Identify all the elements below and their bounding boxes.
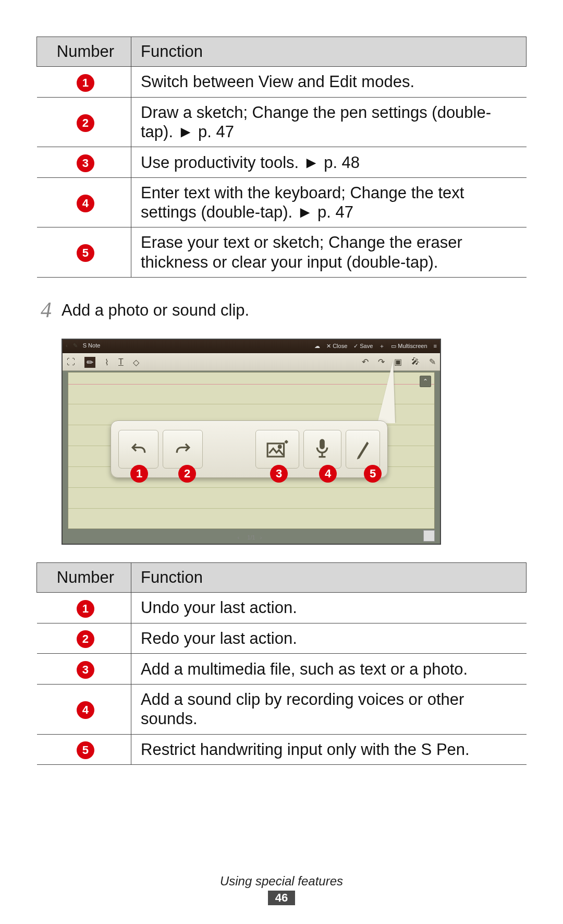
menu-icon[interactable]: ≡ bbox=[434, 343, 437, 349]
multiscreen-button[interactable]: ▭ Multiscreen bbox=[391, 343, 427, 350]
callout-badge: 2 bbox=[178, 465, 196, 483]
function-text: Enter text with the keyboard; Change the… bbox=[131, 178, 527, 227]
number-badge: 3 bbox=[77, 661, 94, 679]
collapse-icon[interactable]: ⌃ bbox=[420, 376, 431, 387]
number-badge: 1 bbox=[77, 600, 94, 618]
callout-badge: 5 bbox=[364, 465, 382, 483]
app-title: S Note bbox=[83, 342, 101, 349]
step-number: 4 bbox=[41, 299, 62, 321]
number-badge: 1 bbox=[77, 74, 94, 92]
function-text: Restrict handwriting input only with the… bbox=[131, 734, 527, 765]
undo-button[interactable] bbox=[118, 430, 158, 469]
number-badge: 2 bbox=[77, 630, 94, 648]
app-title-bar: ‹ ✎ S Note ☁ ✕ Close ✓ Save ＋ ▭ Multiscr… bbox=[63, 340, 440, 353]
table-row: 1 Switch between View and Edit modes. bbox=[37, 67, 527, 98]
record-sound-button[interactable] bbox=[303, 430, 342, 469]
eraser-tool-icon[interactable]: ◇ bbox=[133, 357, 139, 367]
table-row: 4 Enter text with the keyboard; Change t… bbox=[37, 178, 527, 227]
header-number: Number bbox=[37, 562, 131, 592]
header-function: Function bbox=[131, 37, 527, 67]
view-mode-icon[interactable]: ⛶ bbox=[67, 357, 75, 367]
function-table-1: Number Function 1 Switch between View an… bbox=[36, 37, 527, 278]
pen-tool-icon[interactable]: ✏ bbox=[84, 357, 95, 368]
table-row: 5 Erase your text or sketch; Change the … bbox=[37, 227, 527, 277]
table-row: 3 Add a multimedia file, such as text or… bbox=[37, 654, 527, 685]
table-header: Number Function bbox=[37, 37, 527, 67]
function-text: Erase your text or sketch; Change the er… bbox=[131, 227, 527, 277]
table-row: 1 Undo your last action. bbox=[37, 592, 527, 623]
disk-icon[interactable] bbox=[423, 530, 435, 542]
number-badge: 3 bbox=[77, 154, 94, 172]
table-header: Number Function bbox=[37, 562, 527, 592]
function-text: Draw a sketch; Change the pen settings (… bbox=[131, 97, 527, 147]
page-footer: Using special features 46 bbox=[0, 874, 563, 905]
page-indicator: ‹ 1/1 › bbox=[238, 534, 265, 541]
section-title: Using special features bbox=[0, 874, 563, 889]
redo-button[interactable] bbox=[163, 430, 203, 469]
sync-icon[interactable]: ☁ bbox=[314, 343, 320, 350]
header-function: Function bbox=[131, 562, 527, 592]
save-button[interactable]: ✓ Save bbox=[353, 343, 373, 350]
add-media-button[interactable] bbox=[255, 430, 299, 469]
pen-icon[interactable]: ✎ bbox=[73, 342, 78, 349]
table-row: 2 Redo your last action. bbox=[37, 623, 527, 654]
screenshot: ‹ ✎ S Note ☁ ✕ Close ✓ Save ＋ ▭ Multiscr… bbox=[62, 339, 441, 545]
svg-point-1 bbox=[278, 446, 281, 448]
function-text: Use productivity tools. ► p. 48 bbox=[131, 147, 527, 178]
back-icon[interactable]: ‹ bbox=[66, 342, 68, 349]
function-table-2: Number Function 1 Undo your last action.… bbox=[36, 562, 527, 765]
table-row: 4 Add a sound clip by recording voices o… bbox=[37, 685, 527, 734]
close-button[interactable]: ✕ Close bbox=[326, 343, 347, 350]
svg-rect-0 bbox=[267, 443, 284, 457]
text-tool-icon[interactable]: T bbox=[118, 357, 124, 367]
header-number: Number bbox=[37, 37, 131, 67]
table-row: 5 Restrict handwriting input only with t… bbox=[37, 734, 527, 765]
table-row: 3 Use productivity tools. ► p. 48 bbox=[37, 147, 527, 178]
function-text: Add a sound clip by recording voices or … bbox=[131, 685, 527, 734]
page-number: 46 bbox=[0, 891, 563, 905]
insert-image-icon[interactable]: ▣ bbox=[394, 357, 402, 367]
svg-rect-2 bbox=[320, 439, 325, 449]
function-text: Undo your last action. bbox=[131, 592, 527, 623]
add-button[interactable]: ＋ bbox=[379, 342, 385, 350]
table-row: 2 Draw a sketch; Change the pen settings… bbox=[37, 97, 527, 147]
number-badge: 2 bbox=[77, 114, 94, 132]
function-text: Redo your last action. bbox=[131, 623, 527, 654]
callout-badge: 3 bbox=[270, 465, 288, 483]
spen-lock-icon[interactable]: ✎ bbox=[429, 357, 436, 367]
productivity-icon[interactable]: ⌇ bbox=[105, 357, 109, 367]
step-text: Add a photo or sound clip. bbox=[62, 301, 249, 323]
undo-icon[interactable]: ↶ bbox=[362, 357, 369, 367]
callout-badge: 4 bbox=[319, 465, 337, 483]
number-badge: 5 bbox=[77, 741, 94, 759]
callout-badge: 1 bbox=[130, 465, 148, 483]
function-text: Add a multimedia file, such as text or a… bbox=[131, 654, 527, 685]
number-badge: 4 bbox=[77, 701, 94, 719]
microphone-icon[interactable]: 🎤︎ bbox=[411, 357, 420, 366]
function-text: Switch between View and Edit modes. bbox=[131, 67, 527, 98]
number-badge: 5 bbox=[77, 244, 94, 262]
step-instruction: 4 Add a photo or sound clip. bbox=[41, 301, 527, 323]
number-badge: 4 bbox=[77, 195, 94, 212]
spen-only-button[interactable] bbox=[346, 430, 380, 469]
